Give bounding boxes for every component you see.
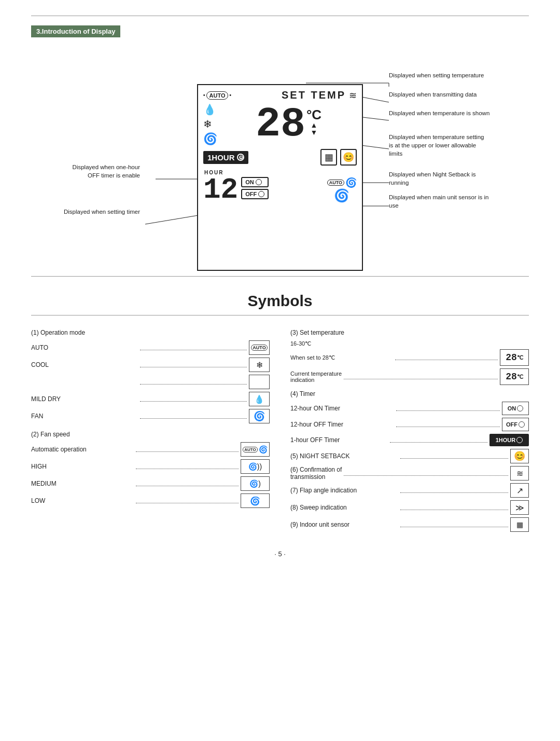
night-sensor-icons: ▦ 😊 (320, 149, 357, 166)
sym-empty-dots (140, 379, 247, 385)
off-button: OFF (241, 189, 269, 199)
sym-flap-icon: ↗ (510, 483, 529, 498)
label-set-temp: Displayed when setting temperature (389, 71, 484, 79)
label-temp-limit: Displayed when temperature settingis at … (389, 133, 484, 158)
sym-1hour-dots (390, 437, 487, 443)
mode-icons-col: 💧 ❄ 🌀 (203, 103, 217, 146)
sym-mild-dry-label: MILD DRY (31, 395, 138, 403)
display-diagram: • AUTO • SET TEMP ≋ 💧 ❄ 🌀 28 °C ▲ ▼ (31, 48, 529, 276)
arrow-up: ▲ (311, 121, 318, 129)
sym-auto-label: AUTO (31, 344, 138, 351)
label-one-hour: Displayed when one-hour OFF timer is ena… (41, 163, 140, 180)
lcd-hour-row: 1HOUR ⏻ ▦ 😊 (198, 147, 362, 168)
symbols-top-rule (31, 315, 529, 315)
on-button: ON (241, 177, 269, 187)
temperature-display: 28 (256, 104, 305, 145)
lcd-timer-row: HOUR 12 ON OFF AUTO 🌀 🌀 (198, 168, 362, 207)
sym-confirm-icon: ≋ (510, 466, 529, 481)
label-timer: Displayed when setting timer (41, 208, 140, 216)
snowflake-icon: ❄ (203, 118, 217, 130)
sym-cool-icon: ❄ (249, 358, 270, 372)
auto-fan-section: AUTO 🌀 🌀 (327, 177, 357, 203)
label-sensor: Displayed when main unit sensor is inuse (389, 193, 488, 210)
sym-indoor-label: (9) Indoor unit sensor (290, 521, 398, 528)
sym-28-label: When set to 28℃ (290, 354, 393, 361)
sym-on-timer-icon: ON (502, 402, 529, 415)
label-night: Displayed when Night Setback isrunning (389, 170, 475, 187)
sym-auto-fan-dots (136, 447, 239, 452)
set-temp-sym-title: (3) Set temperature (290, 329, 529, 336)
sym-sweep-dots (400, 505, 508, 510)
sym-flap-label: (7) Flap angle indication (290, 487, 398, 494)
sym-night-dots (400, 454, 508, 459)
sym-on-timer-label: 12-hour ON Timer (290, 405, 394, 412)
sym-row-high: HIGH 🌀)) (31, 459, 270, 474)
sym-row-fan: FAN 🌀 (31, 409, 270, 423)
sym-row-cool: COOL ❄ (31, 358, 270, 372)
sym-fan-label: FAN (31, 413, 138, 420)
fan-speed-title: (2) Fan speed (31, 431, 270, 438)
auto-dot-left: • (203, 92, 205, 98)
sym-off-timer-icon: OFF (502, 418, 529, 431)
sym-row-1hour: 1-hour OFF Timer 1HOUR (290, 434, 529, 446)
sym-off-timer-dots (396, 422, 500, 427)
section-header-label: 3.Introduction of Display (31, 25, 120, 37)
sym-low-label: LOW (31, 497, 134, 504)
sym-row-low: LOW 🌀 (31, 493, 270, 508)
sym-sweep-icon: ≫ (510, 500, 529, 515)
sym-cool-label: COOL (31, 361, 138, 368)
sym-fan-dots (140, 414, 247, 419)
top-rule (31, 16, 529, 16)
sym-low-dots (136, 498, 239, 503)
sym-current-temp-icon: 28℃ (500, 368, 529, 385)
degree-arrows: °C ▲ ▼ (306, 108, 321, 136)
label-temp-shown: Displayed when temperature is shown (389, 109, 489, 117)
sym-auto-fan-label: Automatic operation (31, 446, 134, 453)
night-setback-icon: 😊 (340, 149, 357, 166)
sym-sweep-label: (8) Sweep indication (290, 504, 398, 511)
sym-high-label: HIGH (31, 463, 134, 470)
fan-icon: 🌀 (203, 132, 217, 146)
sym-1hour-icon: 1HOUR (489, 434, 529, 446)
auto-label: AUTO (206, 91, 229, 100)
large-fan-icon: 🌀 (334, 188, 349, 203)
sym-mild-dry-icon: 💧 (249, 392, 270, 406)
temp-range: 16-30℃ (290, 340, 529, 347)
sym-current-temp-dots (344, 374, 498, 379)
degree-label: °C (306, 108, 321, 121)
op-mode-title: (1) Operation mode (31, 329, 270, 336)
sym-high-icon: 🌀)) (241, 459, 270, 474)
timer-number: 12 (203, 175, 238, 204)
page-number: · 5 · (0, 550, 560, 558)
sym-row-flap: (7) Flap angle indication ↗ (290, 483, 529, 498)
set-temp-section: SET TEMP ≋ (282, 89, 357, 101)
sym-medium-dots (136, 481, 239, 486)
sym-row-off-timer: 12-hour OFF Timer OFF (290, 418, 529, 431)
sym-row-28: When set to 28℃ 28℃ (290, 349, 529, 366)
sym-confirm-label: (6) Confirmation of transmission (290, 466, 342, 481)
arrow-down: ▼ (311, 129, 318, 136)
sym-night-icon: 😊 (510, 449, 529, 463)
off-circle (258, 191, 264, 197)
one-hour-circle: ⏻ (237, 154, 244, 161)
sym-row-medium: MEDIUM 🌀) (31, 476, 270, 491)
sym-auto-icon: AUTO (249, 340, 270, 355)
sym-off-timer-label: 12-hour OFF Timer (290, 421, 394, 428)
lcd-temp-row: 💧 ❄ 🌀 28 °C ▲ ▼ (198, 102, 362, 147)
sym-row-current-temp: Current temperature indication 28℃ (290, 368, 529, 385)
sym-empty-icon (249, 375, 270, 389)
one-hour-box: 1HOUR ⏻ (203, 151, 248, 164)
drop-icon: 💧 (203, 103, 217, 116)
sym-1hour-label: 1-hour OFF Timer (290, 436, 388, 444)
off-label: OFF (245, 191, 257, 197)
timer-sym-title: (4) Timer (290, 390, 529, 397)
one-hour-label: 1HOUR (207, 153, 235, 162)
sym-medium-label: MEDIUM (31, 480, 134, 487)
sym-row-auto: AUTO AUTO (31, 340, 270, 355)
sym-row-confirm: (6) Confirmation of transmission ≋ (290, 466, 529, 481)
sym-current-temp-label: Current temperature indication (290, 371, 342, 383)
wifi-icon: ≋ (349, 90, 357, 101)
sym-28-dots (395, 355, 498, 360)
label-transmit: Displayed when transmitting data (389, 90, 477, 99)
sym-row-sweep: (8) Sweep indication ≫ (290, 500, 529, 515)
